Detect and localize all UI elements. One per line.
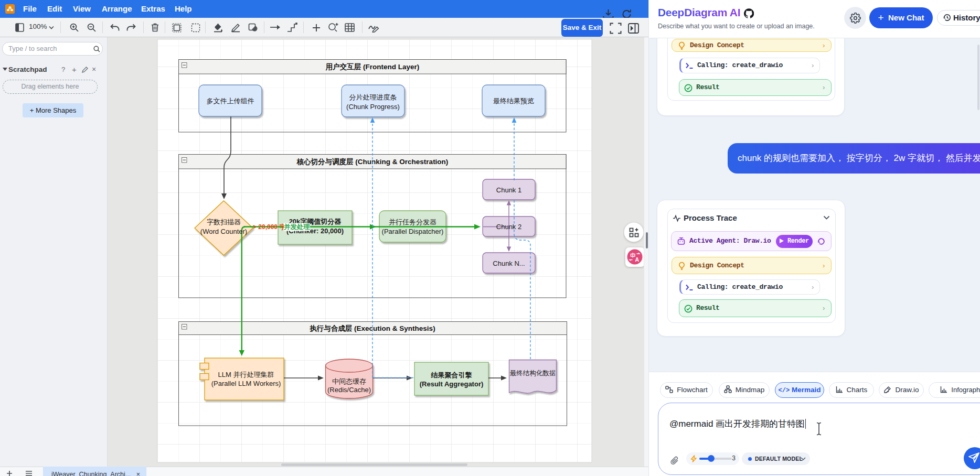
svg-text:用户交互层 (Frontend Layer): 用户交互层 (Frontend Layer) [325, 62, 420, 71]
svg-text:最终结构化数据: 最终结构化数据 [510, 370, 556, 377]
svg-text:(Redis/Cache): (Redis/Cache) [327, 386, 371, 394]
svg-text:Chunk 1: Chunk 1 [496, 186, 521, 194]
svg-text:LLM 并行处理集群: LLM 并行处理集群 [218, 371, 274, 378]
svg-text:字数扫描器: 字数扫描器 [207, 218, 241, 226]
svg-text:结果聚合引擎: 结果聚合引擎 [431, 371, 473, 379]
svg-text:> 20,000 字: > 20,000 字 [253, 223, 285, 231]
svg-text:分片处理进度条: 分片处理进度条 [349, 93, 397, 101]
svg-text:Chunk N...: Chunk N... [493, 259, 525, 267]
svg-text:并发处理: 并发处理 [283, 223, 311, 231]
svg-text:中间态缓存: 中间态缓存 [332, 377, 366, 385]
svg-text:Chunk 2: Chunk 2 [496, 223, 521, 231]
svg-text:(Parallel Dispatcher): (Parallel Dispatcher) [382, 228, 444, 235]
svg-text:多文件上传组件: 多文件上传组件 [207, 97, 254, 105]
svg-text:(Word Counter): (Word Counter) [200, 228, 247, 235]
svg-text:(Parallel LLM Workers): (Parallel LLM Workers) [211, 380, 281, 387]
svg-text:并行任务分发器: 并行任务分发器 [389, 218, 436, 226]
svg-text:(Result Aggregator): (Result Aggregator) [420, 380, 484, 388]
svg-text:(Chunk Progress): (Chunk Progress) [346, 103, 400, 111]
svg-text:A: A [635, 256, 640, 263]
svg-text:最终结果预览: 最终结果预览 [493, 97, 534, 105]
